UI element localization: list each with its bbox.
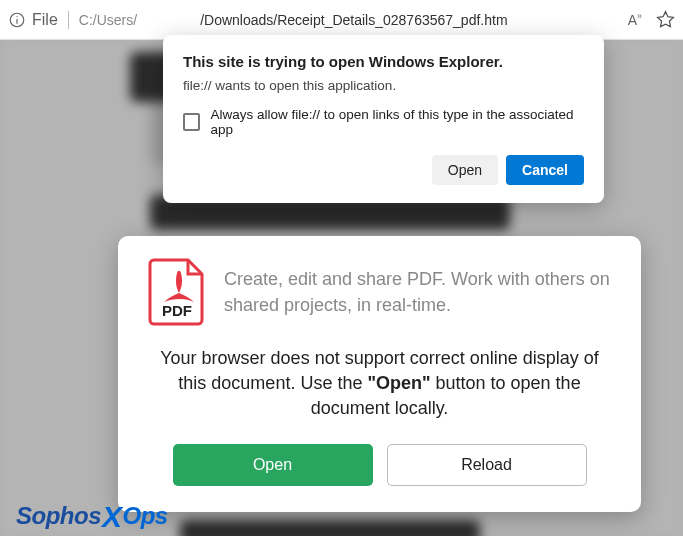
svg-point-2 — [16, 16, 17, 17]
cancel-button[interactable]: Cancel — [506, 155, 584, 185]
always-allow-checkbox[interactable]: Always allow file:// to open links of th… — [183, 107, 584, 137]
page-open-button[interactable]: Open — [173, 444, 373, 486]
page-pdf-dialog: PDF Create, edit and share PDF. Work wit… — [118, 236, 641, 512]
file-scheme-label: File — [32, 11, 58, 29]
info-icon — [8, 11, 26, 29]
pdf-subtitle: Create, edit and share PDF. Work with ot… — [224, 266, 611, 318]
checkbox-label: Always allow file:// to open links of th… — [210, 107, 584, 137]
pdf-icon: PDF — [148, 258, 206, 326]
address-bar: File C:/Users/ /Downloads/Receipt_Detail… — [0, 0, 683, 40]
svg-text:PDF: PDF — [162, 302, 192, 319]
dialog-message: file:// wants to open this application. — [183, 78, 584, 93]
checkbox-icon — [183, 113, 200, 131]
url-path[interactable]: C:/Users/ /Downloads/Receipt_Details_028… — [79, 12, 508, 28]
address-separator — [68, 11, 69, 29]
protocol-handler-dialog: This site is trying to open Windows Expl… — [163, 35, 604, 203]
read-aloud-button[interactable]: A» — [628, 11, 642, 28]
favorite-star-icon[interactable] — [656, 10, 675, 29]
path-prefix: C:/Users/ — [79, 12, 137, 28]
pdf-message: Your browser does not support correct on… — [148, 346, 611, 422]
svg-marker-3 — [658, 12, 674, 27]
path-suffix: /Downloads/Receipt_Details_028763567_pdf… — [200, 12, 507, 28]
open-button[interactable]: Open — [432, 155, 498, 185]
page-reload-button[interactable]: Reload — [387, 444, 587, 486]
dialog-title: This site is trying to open Windows Expl… — [183, 53, 584, 70]
sophos-x-ops-watermark: SophosXOps — [16, 500, 168, 532]
site-info-button[interactable]: File — [8, 11, 58, 29]
